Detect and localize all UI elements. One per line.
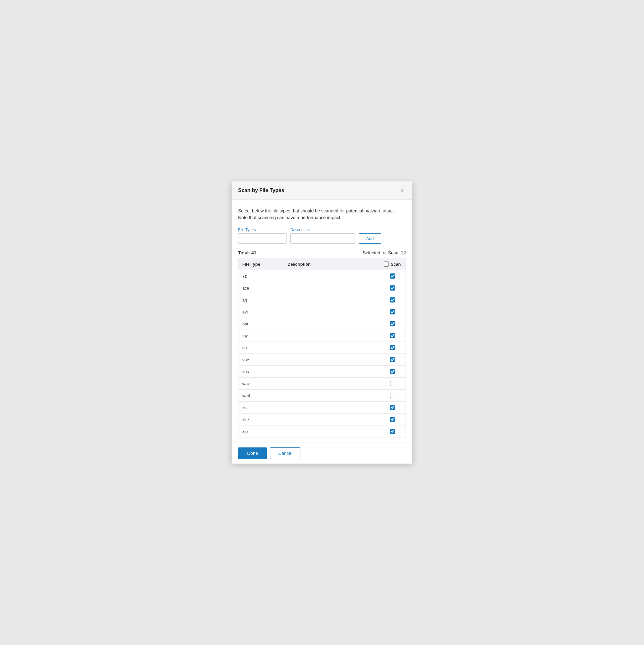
description-input[interactable] bbox=[290, 233, 355, 244]
dialog-title: Scan by File Types bbox=[238, 188, 284, 193]
description-text: Select below the file types that should … bbox=[238, 208, 406, 221]
stats-row: Total: 41 Selected for Scan: 12 bbox=[238, 250, 406, 255]
table-row: 7z bbox=[239, 270, 405, 282]
cell-description bbox=[284, 354, 380, 366]
cell-scan bbox=[380, 270, 405, 282]
cell-filetype: arj bbox=[239, 294, 284, 306]
col-header-description: Description bbox=[284, 258, 380, 270]
cell-description bbox=[284, 425, 380, 437]
cell-scan bbox=[380, 390, 405, 402]
cell-description bbox=[284, 318, 380, 330]
cell-scan bbox=[380, 330, 405, 342]
table-header-row: File Type Description Scan bbox=[239, 258, 405, 270]
dialog-header: Scan by File Types × bbox=[232, 181, 412, 200]
add-form-row: File Types Description Add bbox=[238, 228, 406, 244]
cell-description bbox=[284, 282, 380, 294]
scan-checkbox-wav[interactable] bbox=[390, 381, 395, 386]
cell-filetype: xls bbox=[239, 402, 284, 414]
cell-filetype: zip bbox=[239, 425, 284, 437]
file-types-input[interactable] bbox=[238, 233, 287, 244]
cell-description bbox=[284, 390, 380, 402]
cell-filetype: 7z bbox=[239, 270, 284, 282]
dialog-body: Select below the file types that should … bbox=[232, 200, 412, 443]
cell-filetype: wav bbox=[239, 378, 284, 390]
cell-filetype: tgz bbox=[239, 330, 284, 342]
scan-checkbox-vbs[interactable] bbox=[390, 369, 395, 374]
scan-checkbox-bat[interactable] bbox=[390, 321, 395, 327]
table-row: wav bbox=[239, 378, 405, 390]
cell-filetype: avi bbox=[239, 306, 284, 318]
table-row: zip bbox=[239, 425, 405, 437]
total-label: Total: bbox=[238, 250, 250, 255]
done-button[interactable]: Done bbox=[238, 447, 267, 459]
scan-checkbox-vbe[interactable] bbox=[390, 357, 395, 362]
cell-description bbox=[284, 414, 380, 425]
cell-scan bbox=[380, 282, 405, 294]
cell-description bbox=[284, 366, 380, 378]
table-row: avi bbox=[239, 306, 405, 318]
cell-scan bbox=[380, 425, 405, 437]
table-row: wmf bbox=[239, 390, 405, 402]
description-line2: Note that scanning can have a performanc… bbox=[238, 214, 406, 221]
cell-description bbox=[284, 378, 380, 390]
table-row: bat bbox=[239, 318, 405, 330]
description-label: Description bbox=[290, 228, 355, 232]
table-row: vbs bbox=[239, 366, 405, 378]
total-value: 41 bbox=[251, 250, 257, 255]
scan-checkbox-avi[interactable] bbox=[390, 309, 395, 314]
scan-checkbox-wmf[interactable] bbox=[390, 393, 395, 398]
selected-value: 12 bbox=[401, 250, 406, 255]
cancel-button[interactable]: Cancel bbox=[270, 447, 300, 459]
scan-all-checkbox[interactable] bbox=[384, 261, 389, 267]
scan-checkbox-7z[interactable] bbox=[390, 273, 395, 278]
cell-scan bbox=[380, 366, 405, 378]
cell-scan bbox=[380, 318, 405, 330]
table-row: arj bbox=[239, 294, 405, 306]
cell-scan bbox=[380, 294, 405, 306]
scan-checkbox-zip[interactable] bbox=[390, 429, 395, 434]
cell-description bbox=[284, 270, 380, 282]
selected-stats: Selected for Scan: 12 bbox=[363, 250, 406, 255]
cell-description bbox=[284, 330, 380, 342]
table-row: vb bbox=[239, 342, 405, 354]
description-group: Description bbox=[290, 228, 355, 244]
scan-checkbox-vb[interactable] bbox=[390, 345, 395, 350]
cell-filetype: wmf bbox=[239, 390, 284, 402]
file-types-group: File Types bbox=[238, 228, 287, 244]
cell-filetype: vb bbox=[239, 342, 284, 354]
scan-checkbox-arj[interactable] bbox=[390, 297, 395, 302]
add-button[interactable]: Add bbox=[359, 233, 381, 244]
scan-checkbox-xlsx[interactable] bbox=[390, 417, 395, 422]
scan-checkbox-xls[interactable] bbox=[390, 405, 395, 410]
dialog-footer: Done Cancel bbox=[232, 443, 412, 464]
close-button[interactable]: × bbox=[398, 187, 406, 194]
table-body: 7zacearjavibattgzvbvbevbswavwmfxlsxlsxzi… bbox=[239, 270, 405, 437]
cell-scan bbox=[380, 354, 405, 366]
description-line1: Select below the file types that should … bbox=[238, 208, 406, 214]
table-row: xlsx bbox=[239, 414, 405, 425]
cell-scan bbox=[380, 306, 405, 318]
cell-filetype: vbs bbox=[239, 366, 284, 378]
col-header-scan: Scan bbox=[380, 258, 405, 270]
total-stats: Total: 41 bbox=[238, 250, 257, 255]
cell-scan bbox=[380, 378, 405, 390]
cell-description bbox=[284, 342, 380, 354]
cell-scan bbox=[380, 342, 405, 354]
table-row: tgz bbox=[239, 330, 405, 342]
cell-filetype: ace bbox=[239, 282, 284, 294]
cell-scan bbox=[380, 402, 405, 414]
scan-checkbox-tgz[interactable] bbox=[390, 333, 395, 338]
scan-col-label: Scan bbox=[391, 262, 401, 267]
cell-filetype: xlsx bbox=[239, 414, 284, 425]
cell-filetype: bat bbox=[239, 318, 284, 330]
col-header-filetype: File Type bbox=[239, 258, 284, 270]
file-types-table: File Type Description Scan 7zacearjaviba… bbox=[239, 258, 405, 437]
table-row: xls bbox=[239, 402, 405, 414]
file-types-label: File Types bbox=[238, 228, 287, 232]
scan-checkbox-ace[interactable] bbox=[390, 285, 395, 290]
scan-by-file-types-dialog: Scan by File Types × Select below the fi… bbox=[232, 181, 412, 464]
cell-description bbox=[284, 402, 380, 414]
cell-filetype: vbe bbox=[239, 354, 284, 366]
file-types-table-container: File Type Description Scan 7zacearjaviba… bbox=[238, 258, 406, 437]
cell-scan bbox=[380, 414, 405, 425]
